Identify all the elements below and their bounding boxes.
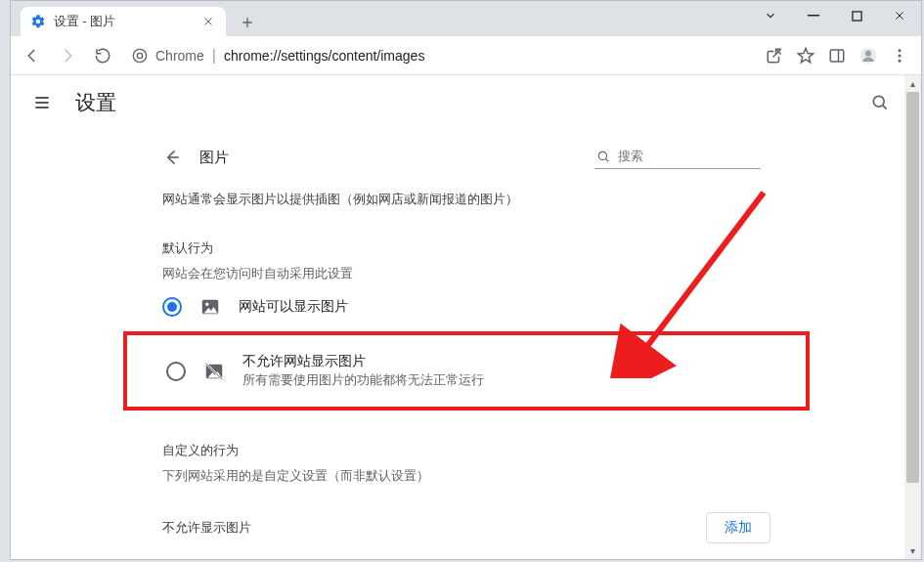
custom-behavior-sub: 下列网站采用的是自定义设置（而非默认设置）: [141, 459, 792, 485]
svg-point-3: [137, 53, 142, 58]
default-behavior-sub: 网站会在您访问时自动采用此设置: [141, 257, 792, 282]
kebab-menu-icon[interactable]: [886, 42, 913, 69]
window-maximize-button[interactable]: [835, 1, 878, 30]
vertical-scrollbar[interactable]: ▴ ▾: [904, 75, 921, 559]
svg-point-8: [899, 49, 902, 52]
svg-point-7: [865, 50, 871, 56]
window-minimize-button[interactable]: [792, 1, 835, 30]
window-dropdown-icon[interactable]: [749, 1, 792, 30]
image-off-icon: [203, 361, 225, 382]
svg-point-12: [598, 151, 606, 159]
url-separator: |: [212, 47, 216, 65]
back-button[interactable]: [19, 42, 46, 69]
svg-point-11: [873, 96, 884, 107]
option-allow-images[interactable]: 网站可以显示图片: [141, 282, 792, 331]
scroll-down-icon[interactable]: ▾: [904, 542, 921, 559]
search-icon: [596, 150, 610, 163]
profile-icon[interactable]: [855, 42, 882, 69]
titlebar: 设置 - 图片: [11, 1, 921, 36]
svg-point-10: [899, 59, 902, 62]
svg-rect-4: [830, 50, 844, 62]
svg-rect-0: [808, 15, 819, 17]
option-block-sub: 所有需要使用图片的功能都将无法正常运行: [242, 372, 484, 389]
image-icon: [199, 296, 221, 318]
hamburger-menu-button[interactable]: [30, 91, 54, 114]
inline-search-input[interactable]: [616, 148, 743, 164]
page-title: 图片: [199, 149, 577, 167]
block-list-heading: 不允许显示图片: [162, 519, 251, 537]
reload-button[interactable]: [89, 42, 116, 69]
svg-point-2: [133, 49, 146, 62]
toolbar: Chrome | chrome://settings/content/image…: [11, 36, 921, 75]
browser-tab[interactable]: 设置 - 图片: [21, 7, 226, 36]
page-content: 设置 图片 网站通常会显示图片以提供插图（例如网店或新闻报道的图片）: [11, 75, 921, 559]
browser-window: 设置 - 图片 Chrome | chrome://settings/conte…: [10, 0, 922, 560]
close-tab-button[interactable]: [200, 14, 216, 29]
radio-allow[interactable]: [162, 297, 182, 317]
back-arrow-button[interactable]: [162, 148, 182, 167]
scroll-thumb[interactable]: [906, 92, 919, 483]
bookmark-icon[interactable]: [792, 42, 819, 69]
share-icon[interactable]: [761, 42, 788, 69]
svg-point-14: [205, 303, 208, 306]
add-button[interactable]: 添加: [706, 512, 770, 543]
new-tab-button[interactable]: [234, 9, 261, 36]
side-panel-icon[interactable]: [823, 42, 851, 69]
highlight-box: 不允许网站显示图片 所有需要使用图片的功能都将无法正常运行: [123, 331, 810, 411]
address-bar[interactable]: Chrome | chrome://settings/content/image…: [124, 41, 753, 70]
chrome-logo-icon: [132, 48, 148, 64]
svg-point-9: [899, 54, 902, 57]
window-controls: [749, 1, 921, 30]
default-behavior-heading: 默认行为: [141, 208, 792, 257]
app-search-button[interactable]: [868, 91, 892, 114]
scroll-up-icon[interactable]: ▴: [904, 75, 921, 92]
app-title: 设置: [75, 89, 116, 116]
option-allow-label: 网站可以显示图片: [239, 298, 348, 316]
option-block-label: 不允许网站显示图片: [242, 353, 484, 370]
url-scheme: Chrome: [155, 48, 204, 64]
svg-rect-1: [852, 11, 860, 20]
tab-title: 设置 - 图片: [54, 14, 193, 30]
intro-text: 网站通常会显示图片以提供插图（例如网店或新闻报道的图片）: [141, 191, 792, 208]
url-path: chrome://settings/content/images: [224, 48, 424, 64]
forward-button[interactable]: [54, 42, 81, 69]
gear-icon: [30, 14, 46, 29]
radio-block[interactable]: [166, 362, 186, 381]
window-close-button[interactable]: [878, 1, 921, 30]
option-block-images[interactable]: 不允许网站显示图片 所有需要使用图片的功能都将无法正常运行: [145, 335, 788, 407]
custom-behavior-heading: 自定义的行为: [141, 411, 792, 459]
settings-card: 图片 网站通常会显示图片以提供插图（例如网店或新闻报道的图片） 默认行为 网站会…: [141, 130, 792, 559]
settings-header: 设置: [11, 75, 921, 130]
inline-search[interactable]: [594, 146, 761, 169]
